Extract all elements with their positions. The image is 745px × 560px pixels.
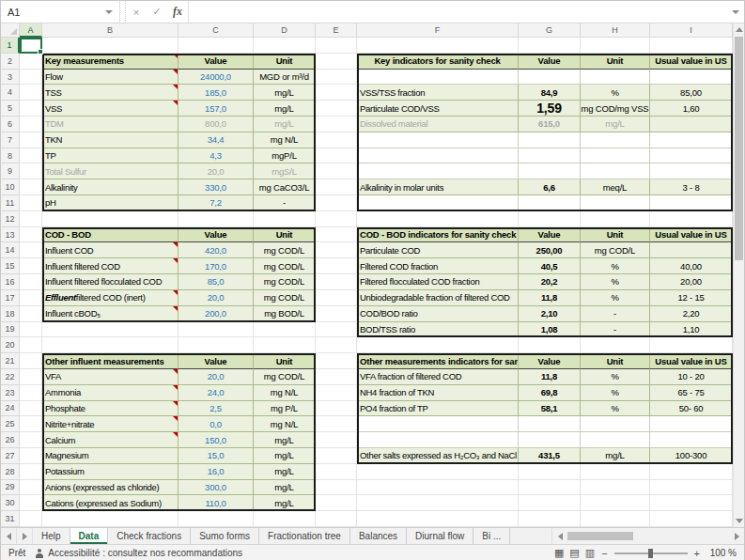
grid-cell[interactable]	[20, 211, 42, 227]
cell-value[interactable]: 185,0	[178, 85, 254, 101]
cell-unit[interactable]: meq/L	[581, 179, 650, 195]
grid-cell[interactable]	[20, 337, 42, 353]
grid-cell[interactable]	[316, 148, 357, 164]
column-header-H[interactable]: H	[581, 23, 650, 38]
grid-cell[interactable]	[20, 38, 42, 54]
grid-cell[interactable]	[20, 290, 42, 306]
cell-value[interactable]: 300,0	[178, 480, 254, 496]
cell-label[interactable]: TDM	[42, 117, 178, 132]
scroll-left-icon[interactable]	[552, 528, 567, 544]
row-header-20[interactable]: 20	[1, 337, 20, 353]
cell-value[interactable]: 11,8	[519, 290, 581, 306]
cell-unit[interactable]: %	[581, 258, 650, 274]
table-header-cell[interactable]: Key measurements	[42, 54, 178, 70]
zoom-in-button[interactable]: +	[694, 548, 700, 559]
cell-value[interactable]: 84,9	[519, 85, 581, 101]
row-header-29[interactable]: 29	[1, 480, 20, 496]
blank-cell[interactable]	[650, 132, 733, 148]
grid-cell[interactable]	[20, 227, 42, 243]
cell-usual[interactable]	[650, 117, 733, 132]
grid-cell[interactable]	[316, 306, 357, 322]
grid-cell[interactable]	[519, 464, 581, 480]
cell-unit[interactable]: mg COD/L	[254, 290, 316, 306]
grid-cell[interactable]	[20, 401, 42, 417]
grid-cell[interactable]	[20, 117, 42, 132]
row-header-30[interactable]: 30	[1, 495, 20, 511]
grid-cell[interactable]	[316, 70, 357, 86]
grid-cell[interactable]	[316, 38, 357, 54]
grid-cell[interactable]	[42, 38, 178, 54]
cell-unit[interactable]: -	[581, 322, 650, 338]
grid-cell[interactable]	[316, 85, 357, 101]
grid-cell[interactable]	[316, 290, 357, 306]
grid-cell[interactable]	[20, 179, 42, 195]
grid-cell[interactable]	[20, 322, 42, 338]
cell-usual[interactable]: 1,60	[650, 101, 733, 117]
grid-cell[interactable]	[357, 511, 519, 527]
row-header-16[interactable]: 16	[1, 274, 20, 290]
grid-cell[interactable]	[20, 195, 42, 211]
row-header-18[interactable]: 18	[1, 306, 20, 322]
cell-value[interactable]: 420,0	[178, 242, 254, 258]
blank-cell[interactable]	[650, 416, 733, 432]
blank-cell[interactable]	[357, 416, 519, 432]
cell-unit[interactable]: mg/L	[254, 495, 316, 511]
cell-label[interactable]: Nitrite+nitrate	[42, 416, 178, 432]
cell-label[interactable]: Total Sulfur	[42, 163, 178, 179]
grid-cell[interactable]	[650, 337, 733, 353]
grid-cell[interactable]	[316, 211, 357, 227]
blank-cell[interactable]	[581, 416, 650, 432]
cell-label[interactable]: Effluent filtered COD (inert)	[42, 290, 178, 306]
cell-value[interactable]: 20,0	[178, 290, 254, 306]
grid-cell[interactable]	[357, 480, 519, 496]
cell-unit[interactable]: mg/L	[254, 432, 316, 448]
cell-value[interactable]: 200,0	[178, 306, 254, 322]
blank-cell[interactable]	[581, 163, 650, 179]
blank-cell[interactable]	[581, 70, 650, 86]
name-box[interactable]: A1	[1, 1, 119, 23]
cell-usual[interactable]: 85,00	[650, 85, 733, 101]
cell-value[interactable]: 170,0	[178, 258, 254, 274]
grid-cell[interactable]	[519, 480, 581, 496]
cell-unit[interactable]: mg COD/L	[254, 258, 316, 274]
grid-cell[interactable]	[316, 274, 357, 290]
grid-cell[interactable]	[20, 70, 42, 86]
blank-cell[interactable]	[519, 432, 581, 448]
grid-cell[interactable]	[254, 337, 316, 353]
cell-label[interactable]: Flow	[42, 70, 178, 86]
grid-cell[interactable]	[20, 242, 42, 258]
accessibility-status[interactable]: Accessibilité : consultez nos recommanda…	[35, 548, 242, 558]
table-header-cell[interactable]: Unit	[254, 227, 316, 243]
scroll-right-icon[interactable]	[729, 528, 744, 544]
grid-cell[interactable]	[357, 211, 519, 227]
blank-cell[interactable]	[650, 70, 733, 86]
grid-cell[interactable]	[316, 242, 357, 258]
column-header-B[interactable]: B	[42, 23, 178, 38]
blank-cell[interactable]	[357, 163, 519, 179]
cell-label[interactable]: Influent cBOD₅	[42, 306, 178, 322]
row-header-19[interactable]: 19	[1, 322, 20, 338]
cell-usual[interactable]	[650, 242, 733, 258]
cell-unit[interactable]: mgP/L	[254, 148, 316, 164]
cell-label[interactable]: NH4 fraction of TKN	[357, 385, 519, 401]
cell-usual[interactable]: 65 - 75	[650, 385, 733, 401]
cell-unit[interactable]: %	[581, 385, 650, 401]
grid-cell[interactable]	[20, 432, 42, 448]
row-header-8[interactable]: 8	[1, 148, 20, 164]
cell-usual[interactable]: 2,20	[650, 306, 733, 322]
cell-unit[interactable]: -	[254, 195, 316, 211]
grid-cell[interactable]	[178, 337, 254, 353]
cell-value[interactable]: 40,5	[519, 258, 581, 274]
cell-label[interactable]: Dissolved material	[357, 117, 519, 132]
cell-unit[interactable]: mg/L	[581, 117, 650, 132]
grid-cell[interactable]	[316, 101, 357, 117]
cell-unit[interactable]: %	[581, 290, 650, 306]
grid-cell[interactable]	[20, 163, 42, 179]
grid-cell[interactable]	[316, 385, 357, 401]
cell-usual[interactable]: 100-300	[650, 448, 733, 464]
zoom-level[interactable]: 100 %	[706, 548, 737, 558]
cell-label[interactable]: VFA	[42, 369, 178, 385]
cell-label[interactable]: PO4 fraction of TP	[357, 401, 519, 417]
cell-value[interactable]: 16,0	[178, 464, 254, 480]
grid-cell[interactable]	[42, 322, 178, 338]
